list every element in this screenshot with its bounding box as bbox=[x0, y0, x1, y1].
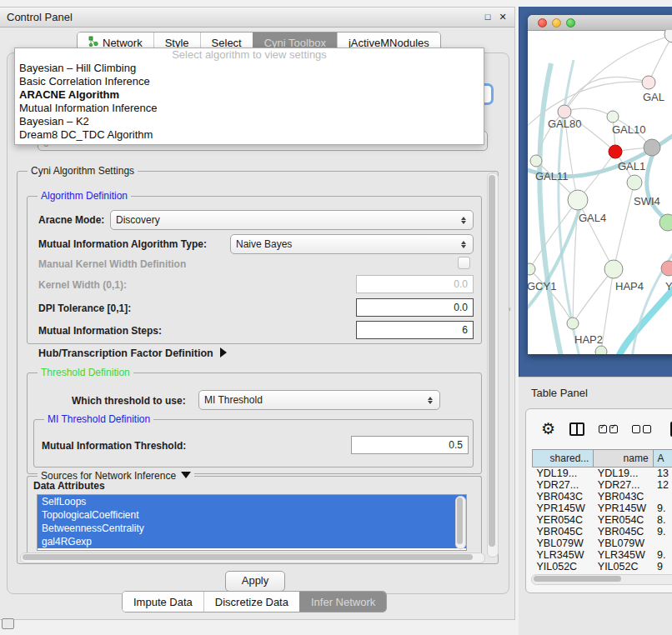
network-edge[interactable] bbox=[564, 108, 613, 117]
algorithm-option-dream8-dc-tdc-algorithm[interactable]: Dream8 DC_TDC Algorithm bbox=[15, 128, 484, 142]
node-gal10[interactable] bbox=[607, 111, 619, 122]
gear-icon[interactable]: ⚙ bbox=[541, 421, 555, 438]
column-header-shared[interactable]: shared... bbox=[533, 450, 594, 468]
network-edge[interactable] bbox=[614, 182, 634, 269]
attributes-vertical-scrollbar[interactable] bbox=[455, 496, 466, 549]
scrollbar-thumb[interactable] bbox=[534, 576, 621, 582]
float-panel-icon[interactable]: □ bbox=[483, 12, 493, 22]
algorithm-option-mutual-information-inference[interactable]: Mutual Information Inference bbox=[15, 102, 484, 115]
table-cell[interactable]: YBR043C bbox=[594, 491, 653, 502]
algorithm-option-bayesian-hill-climbing[interactable]: Bayesian – Hill Climbing bbox=[15, 62, 484, 75]
network-window-titlebar[interactable] bbox=[528, 15, 672, 31]
node-green-right[interactable] bbox=[659, 214, 672, 231]
table-cell[interactable]: YLR345W bbox=[594, 549, 653, 561]
table-cell[interactable]: YBR045C bbox=[533, 526, 594, 538]
table-cell[interactable]: YPR145W bbox=[594, 502, 653, 514]
table-row[interactable]: YBR045CYBR045C9. bbox=[533, 526, 672, 538]
table-cell[interactable]: 13 bbox=[653, 468, 672, 480]
columns-icon[interactable] bbox=[569, 422, 584, 436]
table-cell[interactable]: 9. bbox=[653, 549, 672, 561]
docked-panel-icon[interactable] bbox=[2, 618, 14, 629]
algorithm-option-bayesian-k2[interactable]: Bayesian – K2 bbox=[15, 115, 484, 128]
node-gal11[interactable] bbox=[530, 155, 542, 167]
table-cell[interactable]: YDL19... bbox=[594, 468, 653, 480]
table-cell[interactable]: YDR27... bbox=[594, 479, 653, 491]
dpi-tolerance-input[interactable]: 0.0 bbox=[356, 298, 474, 317]
manual-kernel-width-checkbox[interactable] bbox=[458, 257, 470, 269]
network-edge[interactable] bbox=[578, 200, 614, 269]
table-cell[interactable]: YIL052C bbox=[533, 561, 594, 572]
table-cell[interactable]: 12 bbox=[653, 479, 672, 491]
node-partial-top[interactable] bbox=[664, 30, 672, 42]
kernel-width-input[interactable]: 0.0 bbox=[356, 275, 474, 293]
attribute-item-selfloops[interactable]: SelfLoops bbox=[38, 495, 466, 508]
data-attributes-list[interactable]: SelfLoopsTopologicalCoefficientBetweenne… bbox=[37, 494, 467, 551]
network-edge[interactable] bbox=[573, 269, 614, 323]
bottom-tab-impute-data[interactable]: Impute Data bbox=[123, 592, 203, 612]
node-gray[interactable] bbox=[644, 139, 660, 156]
deselect-all-columns-icon[interactable] bbox=[632, 425, 651, 433]
column-header-name[interactable]: name bbox=[594, 450, 653, 468]
table-cell[interactable] bbox=[653, 538, 672, 549]
node-partial-bottom[interactable] bbox=[595, 346, 607, 354]
table-row[interactable]: YPR145WYPR145W9. bbox=[533, 502, 672, 514]
scrollbar-thumb[interactable] bbox=[489, 175, 495, 547]
attribute-item-betweennesscentrality[interactable]: BetweennessCentrality bbox=[38, 522, 466, 535]
table-cell[interactable] bbox=[653, 491, 672, 502]
node-salmon[interactable] bbox=[661, 261, 672, 276]
mi-steps-input[interactable]: 6 bbox=[356, 321, 474, 339]
algorithm-option-aracne-algorithm[interactable]: ARACNE Algorithm bbox=[15, 88, 484, 102]
network-canvas[interactable]: GALGAL80GAL10GAL1GAL11GAL4GCY1HAP4YHAP2S… bbox=[528, 30, 672, 354]
table-cell[interactable]: YBR045C bbox=[594, 526, 653, 538]
table-cell[interactable]: YIL052C bbox=[594, 561, 653, 572]
node-hap2[interactable] bbox=[567, 318, 579, 329]
mi-threshold-input[interactable]: 0.5 bbox=[351, 436, 469, 454]
table-cell[interactable]: YBL079W bbox=[594, 538, 653, 549]
table-cell[interactable]: YDR27... bbox=[533, 479, 594, 491]
table-cell[interactable]: YER054C bbox=[594, 514, 653, 526]
mi-algorithm-type-combo[interactable]: Naive Bayes bbox=[230, 234, 474, 254]
table-cell[interactable]: 9 bbox=[653, 561, 672, 572]
table-cell[interactable]: 8. bbox=[653, 514, 672, 526]
select-all-columns-icon[interactable] bbox=[599, 425, 618, 433]
minimize-window-icon[interactable] bbox=[552, 18, 561, 28]
table-row[interactable]: YDL19...YDL19...13 bbox=[533, 468, 672, 480]
table-row[interactable]: YIL052CYIL052C9 bbox=[533, 561, 672, 572]
node-gal1[interactable] bbox=[627, 175, 642, 190]
node-gal80[interactable] bbox=[558, 105, 571, 118]
table-cell[interactable]: YER054C bbox=[533, 514, 594, 526]
scrollbar-thumb[interactable] bbox=[23, 554, 473, 560]
table-cell[interactable]: YDL19... bbox=[533, 468, 594, 480]
close-panel-icon[interactable]: ✕ bbox=[498, 12, 508, 22]
settings-horizontal-scrollbar[interactable] bbox=[20, 552, 485, 563]
node-hap4[interactable] bbox=[604, 260, 623, 278]
aracne-mode-combo[interactable]: Discovery bbox=[110, 210, 474, 230]
bottom-tab-infer-network[interactable]: Infer Network bbox=[299, 592, 386, 612]
node-gal4[interactable] bbox=[568, 190, 588, 210]
apply-button[interactable]: Apply bbox=[225, 571, 285, 592]
algorithm-option-basic-correlation-inference[interactable]: Basic Correlation Inference bbox=[15, 75, 484, 88]
table-row[interactable]: YBL079WYBL079W bbox=[533, 538, 672, 549]
node-attribute-table[interactable]: shared...nameA YDL19...YDL19...13YDR27..… bbox=[532, 449, 672, 572]
table-row[interactable]: YBR043CYBR043C bbox=[533, 491, 672, 502]
zoom-window-icon[interactable] bbox=[566, 18, 575, 28]
column-header-a[interactable]: A bbox=[653, 450, 672, 468]
table-row[interactable]: YDR27...YDR27...12 bbox=[533, 479, 672, 491]
table-row[interactable]: YLR345WYLR345W9. bbox=[533, 549, 672, 561]
attribute-item-topologicalcoefficient[interactable]: TopologicalCoefficient bbox=[38, 508, 466, 522]
attribute-item-gal4rgexp[interactable]: gal4RGexp bbox=[38, 535, 466, 548]
close-window-icon[interactable] bbox=[538, 18, 547, 28]
settings-vertical-scrollbar[interactable] bbox=[487, 172, 499, 558]
table-horizontal-scrollbar[interactable] bbox=[531, 574, 672, 585]
node-selected-red[interactable] bbox=[609, 145, 622, 158]
table-cell[interactable]: YPR145W bbox=[533, 502, 594, 514]
table-cell[interactable]: 9. bbox=[653, 526, 672, 538]
splitter-chevron-icon[interactable]: ‹ bbox=[509, 305, 511, 313]
hub-definition-toggle[interactable]: Hub/Transcription Factor Definition bbox=[38, 348, 227, 359]
table-row[interactable]: YER054CYER054C8. bbox=[533, 514, 672, 526]
table-cell[interactable]: YBR043C bbox=[533, 491, 594, 502]
scrollbar-thumb[interactable] bbox=[457, 498, 463, 544]
node-gcy1[interactable] bbox=[528, 263, 535, 275]
table-cell[interactable]: YLR345W bbox=[533, 549, 594, 561]
node-gal-pink[interactable] bbox=[642, 76, 655, 89]
